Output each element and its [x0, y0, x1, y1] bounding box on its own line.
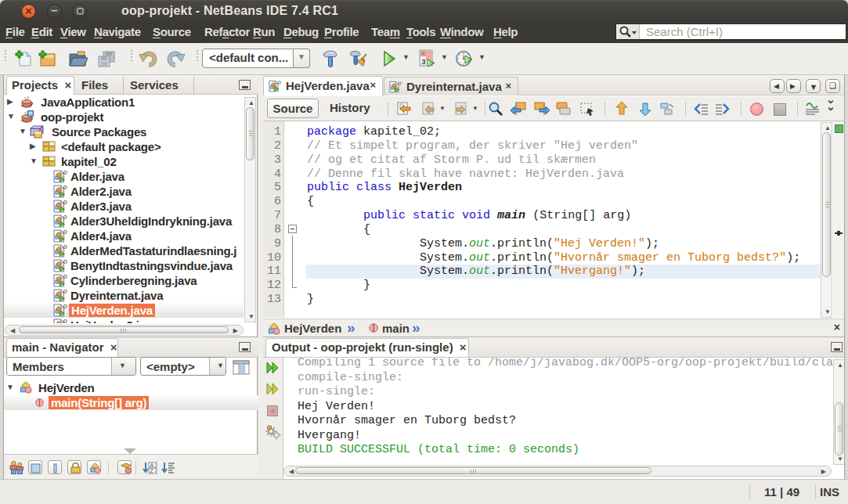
svg-text:Z: Z [150, 468, 154, 473]
svg-text:3: 3 [422, 58, 426, 66]
svg-text:A: A [150, 463, 154, 468]
